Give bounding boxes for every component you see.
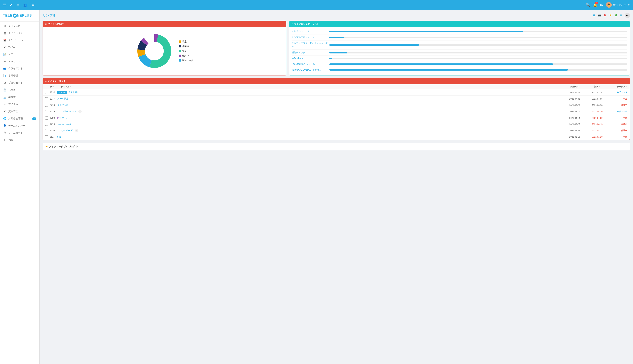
row-checkbox-1790[interactable] (45, 116, 48, 120)
sidebar-item-finance[interactable]: ¥ 資金管理 › (0, 108, 39, 115)
task-badge-1720: 2 (75, 129, 78, 132)
legend-dot-yotei (179, 40, 181, 43)
task-stats-title: マイタスク統計 (48, 22, 64, 26)
task-status-2777: 予定 (608, 97, 627, 100)
sidebar-item-client[interactable]: 👥 クライアント (0, 65, 39, 72)
th-title[interactable]: タイトル ⇅ (61, 85, 563, 88)
task-stats-body: 予定 作業中 完了 検 (43, 27, 286, 75)
row-checkbox-1719[interactable] (45, 123, 48, 126)
mail-icon[interactable]: ✉ (600, 3, 603, 7)
sidebar-label-dashboard: ダッシュボード (8, 24, 36, 28)
legend-dot-kento (179, 54, 181, 57)
task-title-2777[interactable]: メール設定 (57, 97, 69, 100)
users-icon[interactable]: 👥 (23, 3, 28, 7)
sidebar-item-vacation[interactable]: ✈ 休暇 (0, 136, 39, 144)
project-bar-ipad (329, 44, 419, 46)
message-icon: ✉ (3, 60, 7, 63)
task-end-1719: 2021-04-13 (586, 123, 608, 125)
sidebar-item-timecard[interactable]: ⏱ タイムカード (0, 129, 39, 136)
sidebar-item-items[interactable]: ≡ アイテム (0, 101, 39, 108)
row-checkbox-851[interactable] (45, 135, 48, 138)
items-icon: ≡ (3, 103, 7, 106)
row-checkbox-2776[interactable] (45, 104, 48, 107)
task-title-1790[interactable]: デザイン (59, 116, 68, 120)
table-row: 851 851 2021-01-18 2021-01-20 予定 (43, 134, 629, 140)
vacation-icon: ✈ (3, 138, 7, 142)
project-name-safari[interactable]: safaricheck (292, 57, 329, 60)
th-start[interactable]: 開始日 ⇅ (563, 85, 586, 88)
sidebar-label-todo: To Do (8, 46, 36, 49)
th-id[interactable]: ID ⇅ (50, 86, 61, 88)
calendar-icon[interactable]: ▭ (17, 3, 20, 7)
sort-icon-status: ⇅ (626, 86, 627, 88)
device-icon-laptop-red[interactable]: 🖥 (604, 14, 607, 17)
sort-icon-start: ⇅ (577, 86, 579, 88)
project-bar-container-safari (329, 58, 627, 59)
sidebar-item-todo[interactable]: ✔ To Do (0, 44, 39, 51)
device-icon-laptop-green[interactable]: 🖥 (614, 14, 617, 17)
donut-chart (135, 32, 173, 70)
project-bar-container-ipad (329, 44, 627, 46)
task-list-header: ≡ マイタスクリスト (43, 78, 629, 84)
task-icon[interactable]: ✔ (10, 3, 13, 7)
device-icon-laptop-teal[interactable]: 🖥 (619, 14, 622, 17)
task-title-851[interactable]: 851 (57, 136, 61, 138)
task-priority-1790: P (57, 117, 59, 119)
task-title-1114[interactable]: テスト20 (68, 91, 77, 94)
task-title-2776[interactable]: タスク管理 (57, 104, 69, 107)
legend-dot-kanryo (179, 50, 181, 52)
sidebar-item-team[interactable]: 👤 チームメンバー (0, 122, 39, 129)
project-name-sample[interactable]: サンプルプロジェクト (292, 36, 329, 39)
sidebar-item-message[interactable]: ✉ メッセージ (0, 58, 39, 65)
monitor-icon[interactable]: 🖥 (31, 3, 35, 7)
table-row: 1114 サンプル テスト20 2021-07-23 2021-07-24 Wチ… (43, 89, 629, 96)
schedule-icon: 📅 (3, 39, 7, 42)
device-icon-laptop-pink[interactable]: 💻 (597, 14, 601, 17)
task-title-1720[interactable]: サンプルcheck3 (57, 129, 74, 132)
project-name-ipad[interactable]: テレワンプラス iPadチェック 6/1～ (292, 42, 329, 48)
project-bar-container-sample (329, 37, 627, 38)
notification-icon[interactable]: 🔔 93 (593, 3, 597, 7)
task-title-1729[interactable]: サファリ&クローム (57, 110, 77, 113)
sidebar-item-invoice[interactable]: 🧾 請求書 (0, 94, 39, 101)
sidebar-item-sales[interactable]: 📊 営業管理 (0, 72, 39, 79)
task-id-1719: 1719 (50, 123, 57, 126)
device-icons: 🖥 💻 🖥 🖥 🖥 🖥 ··· (592, 13, 630, 18)
sidebar-item-project[interactable]: 🗂 プロジェクト › (0, 79, 39, 86)
project-item: TeloneCh...2021/03 Firefox... (292, 67, 627, 72)
sidebar-item-dashboard[interactable]: ⊞ ダッシュボード (0, 22, 39, 30)
dashboard-icon: ⊞ (3, 24, 7, 28)
sidebar-item-inquiry[interactable]: 🌐 お問合せ管理 23 (0, 115, 39, 122)
hamburger-icon[interactable]: ☰ (3, 3, 6, 7)
device-icon-monitor[interactable]: 🖥 (592, 14, 595, 17)
task-tag-1114: サンプル (57, 91, 67, 94)
project-name-note[interactable]: note スケジュール (292, 30, 329, 33)
project-name-kinou[interactable]: 機能チェック (292, 51, 329, 54)
sidebar-label-message: メッセージ (8, 60, 36, 63)
more-button[interactable]: ··· (625, 13, 630, 18)
sidebar-item-schedule[interactable]: 📅 スケジュール (0, 37, 39, 44)
sidebar-separator (0, 22, 39, 22)
sort-icon-title: ⇅ (70, 86, 71, 88)
row-checkbox-2777[interactable] (45, 97, 48, 100)
th-end[interactable]: 期日 ⇅ (586, 85, 608, 88)
bookmark-header: ★ ブックマークプロジェクト (45, 145, 627, 148)
project-name-telone[interactable]: TeloneCh...2021/03 Firefox... (292, 68, 329, 71)
user-info[interactable]: 👩 鈴木 テス子 ▼ (606, 2, 630, 8)
search-icon[interactable]: 🔍 (586, 3, 590, 7)
todo-icon: ✔ (3, 46, 7, 49)
project-name-facebook[interactable]: Facebookスケジュール (292, 62, 329, 66)
finance-icon: ¥ (3, 110, 7, 113)
sidebar-item-memo[interactable]: 📝 メモ (0, 51, 39, 58)
row-checkbox-1729[interactable] (45, 110, 48, 113)
sidebar-item-timeline[interactable]: ▦ タイムライン (0, 30, 39, 37)
task-title-1719[interactable]: sample-safari (57, 123, 71, 126)
sidebar-item-estimate[interactable]: 📄 見積書 (0, 86, 39, 94)
row-checkbox-1720[interactable] (45, 129, 48, 132)
row-checkbox-1114[interactable] (45, 91, 48, 94)
right-icons: 🔍 🔔 93 ✉ 👩 鈴木 テス子 ▼ (586, 2, 630, 8)
device-icon-laptop-yellow[interactable]: 🖥 (609, 14, 612, 17)
project-bar-sample (329, 37, 344, 38)
th-status[interactable]: ステータス ⇅ (608, 85, 627, 88)
task-status-851: 予定 (608, 136, 627, 138)
